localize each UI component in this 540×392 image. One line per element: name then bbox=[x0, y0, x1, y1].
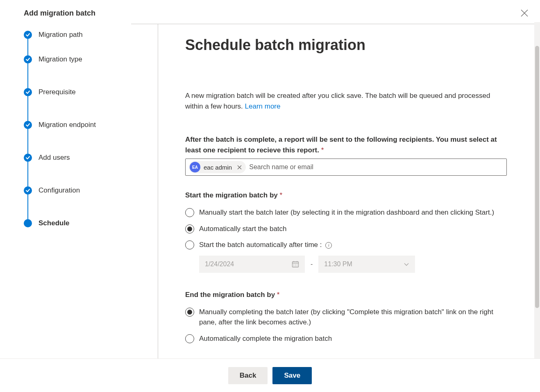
svg-point-8 bbox=[295, 265, 296, 266]
step-label: Migration path bbox=[39, 31, 83, 39]
start-option-auto[interactable]: Automatically start the batch bbox=[185, 221, 507, 237]
step-label: Migration type bbox=[39, 55, 82, 63]
current-step-icon bbox=[24, 219, 32, 227]
recipient-chip: EA eac admin bbox=[189, 161, 246, 173]
start-date-input[interactable]: 1/24/2024 bbox=[199, 256, 305, 273]
step-label: Schedule bbox=[39, 219, 70, 227]
header: Add migration batch bbox=[0, 0, 540, 24]
checkmark-icon bbox=[24, 121, 32, 129]
recipients-input[interactable]: EA eac admin bbox=[185, 159, 507, 176]
wizard-step-configuration[interactable]: Configuration bbox=[24, 174, 158, 207]
datetime-row: 1/24/2024 - 11:30 PM bbox=[199, 256, 507, 273]
wizard-step-add-users[interactable]: Add users bbox=[24, 141, 158, 174]
recipients-label: After the batch is complete, a report wi… bbox=[185, 134, 507, 155]
start-label: Start the migration batch by * bbox=[185, 191, 507, 199]
svg-point-5 bbox=[295, 264, 296, 265]
close-icon bbox=[237, 165, 242, 170]
content-description: A new migration batch will be created af… bbox=[185, 91, 507, 111]
wizard-step-migration-type[interactable]: Migration type bbox=[24, 43, 158, 76]
main-content: Schedule batch migration A new migration… bbox=[158, 24, 526, 360]
footer: Back Save bbox=[0, 358, 540, 392]
svg-point-4 bbox=[293, 264, 294, 265]
back-button[interactable]: Back bbox=[228, 367, 268, 384]
svg-point-9 bbox=[297, 265, 297, 266]
close-button[interactable] bbox=[519, 7, 530, 19]
checkmark-icon bbox=[24, 31, 32, 39]
chevron-down-icon bbox=[404, 261, 409, 267]
end-option-manual[interactable]: Manually completing the batch later (by … bbox=[185, 304, 507, 331]
svg-point-7 bbox=[293, 265, 294, 266]
recipient-search-input[interactable] bbox=[249, 163, 503, 171]
step-label: Migration endpoint bbox=[39, 121, 96, 129]
checkmark-icon bbox=[24, 186, 32, 195]
start-time-select[interactable]: 11:30 PM bbox=[318, 256, 415, 273]
close-icon bbox=[521, 9, 528, 17]
wizard-step-migration-path[interactable]: Migration path bbox=[24, 27, 158, 43]
step-label: Prerequisite bbox=[39, 88, 76, 96]
wizard-steps: Migration pathMigration typePrerequisite… bbox=[0, 24, 158, 360]
radio-icon bbox=[185, 308, 194, 317]
end-radio-group: Manually completing the batch later (by … bbox=[185, 304, 507, 347]
content-title: Schedule batch migration bbox=[185, 36, 507, 54]
step-label: Add users bbox=[39, 154, 70, 162]
end-option-auto[interactable]: Automatically complete the migration bat… bbox=[185, 331, 507, 347]
calendar-icon bbox=[292, 261, 299, 268]
start-option-after-time[interactable]: Start the batch automatically after time… bbox=[185, 237, 507, 253]
remove-recipient-button[interactable] bbox=[235, 163, 243, 171]
save-button[interactable]: Save bbox=[272, 367, 312, 384]
radio-icon bbox=[185, 240, 194, 249]
wizard-step-prerequisite[interactable]: Prerequisite bbox=[24, 76, 158, 109]
recipient-name: eac admin bbox=[204, 164, 232, 171]
start-radio-group: Manually start the batch later (by selec… bbox=[185, 204, 507, 273]
scrollbar-track[interactable] bbox=[534, 22, 540, 358]
radio-icon bbox=[185, 334, 194, 343]
page-title: Add migration batch bbox=[24, 9, 95, 18]
radio-icon bbox=[185, 208, 194, 217]
checkmark-icon bbox=[24, 55, 32, 63]
body: Migration pathMigration typePrerequisite… bbox=[0, 24, 540, 360]
info-icon[interactable]: i bbox=[325, 242, 332, 249]
checkmark-icon bbox=[24, 154, 32, 162]
end-label: End the migration batch by * bbox=[185, 291, 507, 299]
svg-point-6 bbox=[297, 264, 297, 265]
checkmark-icon bbox=[24, 88, 32, 96]
avatar: EA bbox=[190, 162, 200, 172]
dash-separator: - bbox=[311, 261, 313, 268]
wizard-step-schedule[interactable]: Schedule bbox=[24, 207, 158, 240]
learn-more-link[interactable]: Learn more bbox=[245, 102, 281, 110]
start-option-manual[interactable]: Manually start the batch later (by selec… bbox=[185, 204, 507, 221]
scrollbar-thumb[interactable] bbox=[535, 46, 539, 308]
wizard-step-migration-endpoint[interactable]: Migration endpoint bbox=[24, 109, 158, 141]
step-label: Configuration bbox=[39, 186, 80, 195]
radio-icon bbox=[185, 224, 194, 233]
